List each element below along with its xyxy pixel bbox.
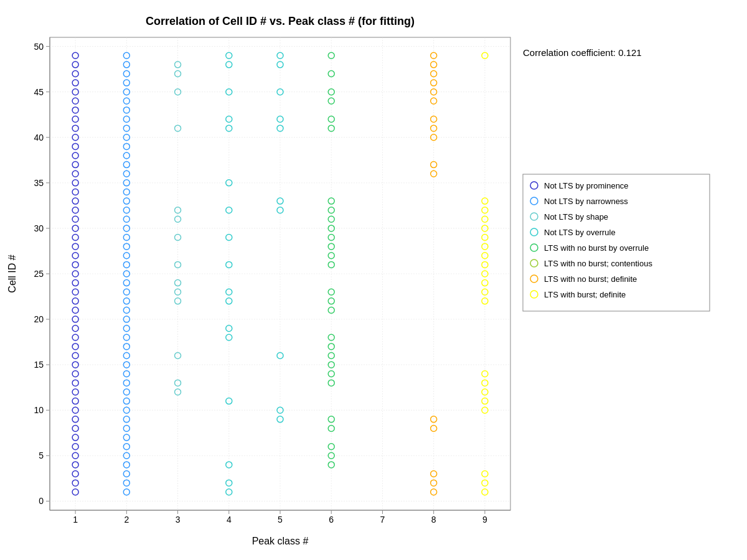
chart-container: Correlation of Cell ID # vs. Peak class … [0, 0, 747, 560]
svg-text:5: 5 [278, 515, 283, 525]
svg-text:Not LTS by shape: Not LTS by shape [544, 212, 608, 222]
svg-text:Peak class #: Peak class # [252, 536, 309, 546]
svg-text:2: 2 [124, 515, 129, 525]
svg-text:45: 45 [34, 87, 44, 97]
svg-text:LTS with burst; definite: LTS with burst; definite [544, 290, 626, 299]
svg-text:20: 20 [34, 314, 44, 324]
svg-text:15: 15 [34, 360, 44, 370]
svg-text:Cell ID #: Cell ID # [7, 254, 17, 292]
svg-text:Not LTS by overrule: Not LTS by overrule [544, 228, 616, 237]
svg-text:7: 7 [380, 515, 385, 525]
svg-text:8: 8 [431, 515, 436, 525]
svg-text:Correlation coefficient: 0.121: Correlation coefficient: 0.121 [523, 47, 642, 58]
svg-text:50: 50 [34, 42, 44, 52]
svg-text:LTS with no burst by overrule: LTS with no burst by overrule [544, 243, 649, 253]
svg-text:Not LTS by prominence: Not LTS by prominence [544, 181, 629, 190]
svg-text:Not LTS by narrowness: Not LTS by narrowness [544, 197, 628, 206]
svg-text:4: 4 [227, 515, 232, 525]
svg-text:1: 1 [73, 515, 78, 525]
svg-text:10: 10 [34, 405, 44, 415]
svg-text:6: 6 [329, 515, 334, 525]
svg-text:LTS with no burst; definite: LTS with no burst; definite [544, 274, 637, 284]
svg-text:30: 30 [34, 223, 44, 233]
svg-text:25: 25 [34, 269, 44, 279]
svg-text:LTS with no burst; contentious: LTS with no burst; contentious [544, 259, 652, 268]
svg-text:5: 5 [39, 450, 44, 460]
svg-text:35: 35 [34, 178, 44, 188]
svg-text:0: 0 [39, 496, 44, 506]
scatter-plot: Correlation of Cell ID # vs. Peak class … [0, 0, 747, 560]
svg-text:3: 3 [176, 515, 181, 525]
svg-text:Correlation of Cell ID # vs. P: Correlation of Cell ID # vs. Peak class … [146, 15, 415, 27]
svg-text:40: 40 [34, 133, 44, 142]
svg-text:9: 9 [482, 515, 487, 525]
